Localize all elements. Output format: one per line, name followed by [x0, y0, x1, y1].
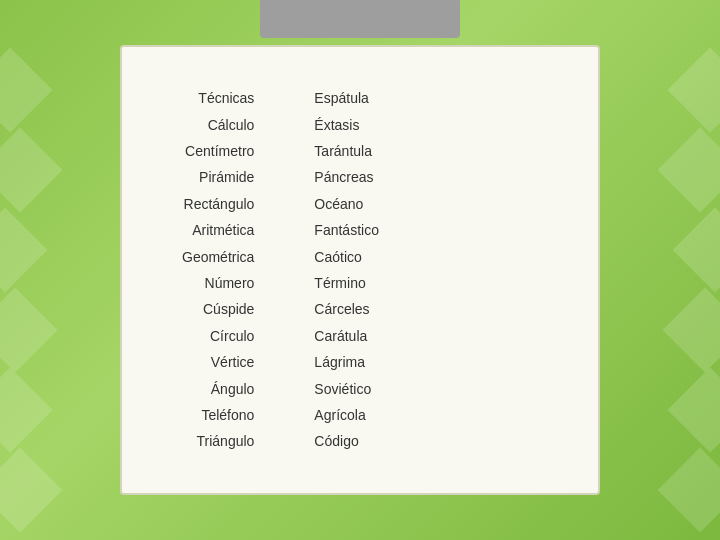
diamond-decor: [673, 208, 720, 293]
diamond-decor: [668, 48, 720, 133]
right-word-2: Tarántula: [314, 140, 379, 162]
diamond-decor: [0, 48, 52, 133]
right-word-0: Espátula: [314, 87, 379, 109]
left-word-11: Ángulo: [182, 378, 254, 400]
word-columns: TécnicasCálculoCentímetroPirámideRectáng…: [182, 87, 538, 452]
right-word-3: Páncreas: [314, 166, 379, 188]
left-word-10: Vértice: [182, 351, 254, 373]
right-word-7: Término: [314, 272, 379, 294]
diamond-decor: [0, 208, 47, 293]
diamond-decor: [668, 368, 720, 453]
header-bar: [260, 0, 460, 38]
right-word-9: Carátula: [314, 325, 379, 347]
diamond-decor: [658, 128, 720, 213]
right-word-1: Éxtasis: [314, 114, 379, 136]
left-word-1: Cálculo: [182, 114, 254, 136]
left-column: TécnicasCálculoCentímetroPirámideRectáng…: [182, 87, 254, 452]
right-word-13: Código: [314, 430, 379, 452]
left-word-13: Triángulo: [182, 430, 254, 452]
left-word-6: Geométrica: [182, 246, 254, 268]
left-word-8: Cúspide: [182, 298, 254, 320]
left-word-2: Centímetro: [182, 140, 254, 162]
diamond-decor: [0, 368, 52, 453]
diamond-decor: [0, 448, 62, 533]
right-word-6: Caótico: [314, 246, 379, 268]
left-word-3: Pirámide: [182, 166, 254, 188]
left-word-0: Técnicas: [182, 87, 254, 109]
left-word-9: Círculo: [182, 325, 254, 347]
background: TécnicasCálculoCentímetroPirámideRectáng…: [0, 0, 720, 540]
diamond-decor: [0, 288, 57, 373]
left-word-7: Número: [182, 272, 254, 294]
diamond-decor: [658, 448, 720, 533]
right-word-11: Soviético: [314, 378, 379, 400]
right-column: EspátulaÉxtasisTarántulaPáncreasOcéanoFa…: [314, 87, 379, 452]
right-word-4: Océano: [314, 193, 379, 215]
main-card: TécnicasCálculoCentímetroPirámideRectáng…: [120, 45, 600, 494]
left-word-4: Rectángulo: [182, 193, 254, 215]
diamond-decor: [0, 128, 62, 213]
left-word-12: Teléfono: [182, 404, 254, 426]
diamond-decor: [663, 288, 720, 373]
right-word-5: Fantástico: [314, 219, 379, 241]
left-word-5: Aritmética: [182, 219, 254, 241]
right-word-10: Lágrima: [314, 351, 379, 373]
right-word-12: Agrícola: [314, 404, 379, 426]
right-word-8: Cárceles: [314, 298, 379, 320]
